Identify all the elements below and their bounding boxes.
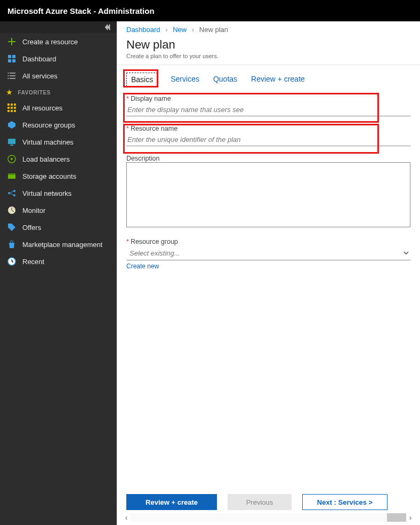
- scrollbar-thumb[interactable]: [387, 513, 406, 522]
- svg-rect-1: [12, 55, 15, 58]
- tab-review-create[interactable]: Review + create: [250, 73, 306, 86]
- sidebar-item-virtual-networks[interactable]: Virtual networks: [0, 185, 117, 202]
- tab-services[interactable]: Services: [169, 73, 200, 86]
- svg-rect-13: [7, 110, 10, 112]
- sidebar-item-recent[interactable]: Recent: [0, 253, 117, 270]
- resource-group-label: Resource group: [131, 238, 178, 245]
- sidebar-item-label: Resource groups: [22, 121, 75, 129]
- svg-rect-8: [11, 104, 13, 106]
- star-icon: ★: [6, 89, 13, 96]
- sidebar-item-label: Offers: [22, 224, 41, 232]
- tag-icon: [7, 223, 16, 232]
- resource-group-select[interactable]: Select existing...: [126, 245, 410, 260]
- previous-button[interactable]: Previous: [228, 494, 292, 510]
- svg-rect-14: [11, 110, 13, 112]
- network-icon: [7, 189, 16, 197]
- horizontal-scrollbar[interactable]: ‹ ›: [122, 513, 415, 522]
- sidebar-dashboard[interactable]: Dashboard: [0, 50, 117, 67]
- top-bar: Microsoft Azure Stack - Administration: [0, 0, 420, 21]
- sidebar-item-virtual-machines[interactable]: Virtual machines: [0, 133, 117, 150]
- sidebar-item-marketplace[interactable]: Marketplace management: [0, 236, 117, 253]
- dashboard-icon: [7, 54, 16, 63]
- sidebar-all-services[interactable]: All services: [0, 67, 117, 84]
- breadcrumb-dashboard[interactable]: Dashboard: [126, 26, 160, 34]
- sidebar-item-label: Load balancers: [22, 155, 70, 163]
- svg-rect-10: [7, 107, 10, 109]
- svg-rect-2: [8, 59, 11, 62]
- create-new-link[interactable]: Create new: [126, 262, 159, 270]
- svg-rect-7: [7, 104, 10, 106]
- sidebar-item-label: Storage accounts: [22, 172, 76, 180]
- sidebar-item-storage-accounts[interactable]: Storage accounts: [0, 168, 117, 185]
- svg-rect-3: [12, 59, 15, 62]
- favorites-label: FAVORITES: [18, 90, 51, 96]
- vm-icon: [7, 138, 16, 146]
- review-create-button[interactable]: Review + create: [126, 494, 217, 510]
- svg-rect-9: [14, 104, 16, 106]
- sidebar-collapse-button[interactable]: [0, 21, 117, 33]
- svg-point-19: [11, 158, 13, 160]
- sidebar-item-label: Recent: [22, 258, 44, 266]
- cube-icon: [7, 121, 16, 129]
- next-services-button[interactable]: Next : Services >: [302, 494, 387, 510]
- storage-icon: [7, 172, 16, 180]
- sidebar-item-label: Create a resource: [22, 38, 78, 46]
- sidebar-item-resource-groups[interactable]: Resource groups: [0, 116, 117, 133]
- chevron-right-icon: ›: [165, 26, 167, 34]
- footer-buttons: Review + create Previous Next : Services…: [126, 494, 410, 510]
- tab-basics[interactable]: Basics: [126, 73, 158, 86]
- page-header: New plan Create a plan to offer to your …: [117, 34, 420, 65]
- scroll-left-icon[interactable]: ‹: [122, 513, 131, 522]
- resource-name-label: Resource name: [131, 125, 177, 132]
- svg-point-5: [8, 75, 9, 76]
- sidebar-create-resource[interactable]: Create a resource: [0, 33, 117, 50]
- svg-point-22: [8, 192, 10, 194]
- svg-rect-15: [14, 110, 16, 112]
- scroll-right-icon[interactable]: ›: [406, 513, 415, 522]
- chevron-right-icon: ›: [192, 26, 194, 34]
- svg-rect-0: [8, 55, 11, 58]
- description-textarea[interactable]: [126, 162, 410, 227]
- grid-icon: [7, 104, 16, 112]
- resource-name-input[interactable]: [126, 132, 410, 146]
- sidebar-item-label: All services: [22, 72, 58, 80]
- display-name-input[interactable]: [126, 102, 410, 116]
- sidebar-item-label: Virtual networks: [22, 189, 71, 197]
- page-title: New plan: [126, 38, 410, 52]
- breadcrumb: Dashboard › New › New plan: [117, 21, 420, 34]
- required-asterisk: *: [126, 238, 129, 245]
- clock-icon: [7, 257, 16, 266]
- sidebar-item-label: Virtual machines: [22, 138, 74, 146]
- monitor-icon: [7, 206, 16, 214]
- sidebar-item-label: Dashboard: [22, 55, 56, 63]
- description-label: Description: [126, 155, 160, 162]
- sidebar-item-all-resources[interactable]: All resources: [0, 99, 117, 116]
- list-icon: [7, 71, 16, 80]
- svg-rect-21: [8, 173, 15, 175]
- required-asterisk: *: [126, 95, 129, 102]
- shopping-bag-icon: [7, 240, 16, 249]
- sidebar-item-label: All resources: [22, 104, 62, 112]
- favorites-header: ★ FAVORITES: [0, 84, 117, 99]
- svg-point-24: [13, 194, 15, 196]
- sidebar-item-load-balancers[interactable]: Load balancers: [0, 150, 117, 168]
- breadcrumb-current: New plan: [199, 26, 228, 34]
- sidebar-item-label: Monitor: [22, 206, 45, 214]
- svg-rect-12: [14, 107, 16, 109]
- svg-rect-16: [8, 139, 15, 144]
- svg-rect-17: [10, 145, 13, 146]
- svg-point-23: [13, 190, 15, 192]
- breadcrumb-new[interactable]: New: [173, 26, 187, 34]
- svg-rect-11: [11, 107, 13, 109]
- tabs: Basics Services Quotas Review + create: [117, 65, 420, 92]
- chevron-double-left-icon: [104, 23, 111, 31]
- required-asterisk: *: [126, 125, 129, 132]
- app-title: Microsoft Azure Stack - Administration: [7, 6, 155, 15]
- load-balancer-icon: [7, 155, 16, 163]
- sidebar-item-monitor[interactable]: Monitor: [0, 202, 117, 219]
- sidebar-item-offers[interactable]: Offers: [0, 219, 117, 236]
- tab-quotas[interactable]: Quotas: [212, 73, 238, 86]
- svg-point-4: [8, 73, 9, 74]
- sidebar-item-label: Marketplace management: [22, 241, 102, 249]
- scrollbar-track[interactable]: [131, 513, 406, 522]
